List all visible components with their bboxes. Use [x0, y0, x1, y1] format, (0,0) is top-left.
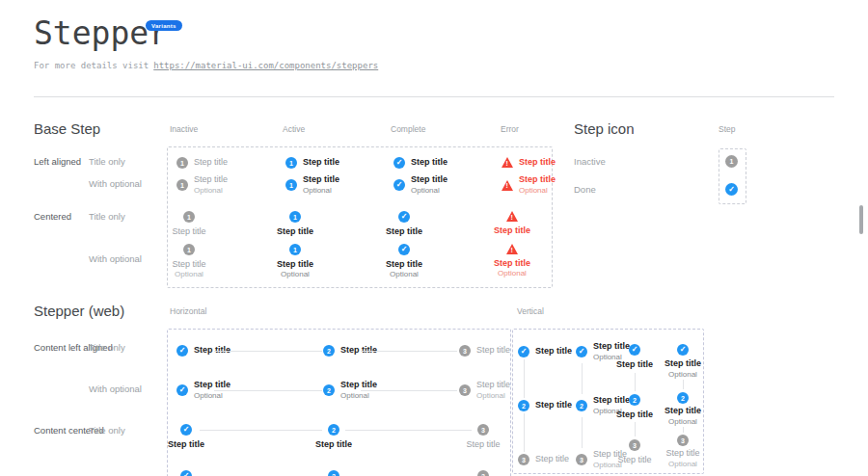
step-optional: Optional: [668, 371, 697, 380]
step-connector: [635, 422, 636, 436]
step-connector: [683, 380, 684, 389]
vstepper-step-inactive: 3 Step title: [518, 454, 569, 465]
subtitle-text: For more details visit: [34, 61, 149, 70]
step-title: Step title: [665, 359, 701, 369]
check-icon: [393, 157, 405, 169]
check-icon: [180, 424, 192, 436]
base-step-centered-inactive-optional: 1 Step title Optional: [155, 244, 223, 279]
step-optional: Optional: [390, 271, 419, 279]
base-step-centered-active-optional: 1 Step title Optional: [261, 244, 329, 279]
base-step-centered-complete-optional: Step title Optional: [370, 244, 438, 279]
step-connector: [524, 359, 525, 398]
step-title: Step title: [449, 440, 517, 450]
step-number-icon: 1: [176, 179, 188, 191]
check-icon: [393, 179, 405, 191]
error-warning-icon: [502, 180, 513, 191]
step-title: Step title: [494, 226, 530, 236]
material-ui-link[interactable]: https://material-ui.com/components/stepp…: [153, 61, 378, 70]
step-number-icon: 2: [576, 400, 587, 411]
check-icon: [176, 345, 188, 357]
error-warning-icon: [506, 244, 518, 254]
column-header-complete: Complete: [391, 125, 425, 134]
base-step-inactive-title: 1 Step title: [176, 157, 228, 169]
step-connector: [524, 413, 525, 452]
step-number-icon: 2: [629, 394, 640, 406]
vstepper-centered-label: Step title Optional: [649, 407, 717, 427]
variant-label-title-only: Title only: [89, 212, 125, 222]
step-optional: Optional: [411, 187, 448, 196]
step-number-icon: 1: [725, 155, 738, 168]
step-title: Step title: [277, 227, 313, 237]
step-title: Step title: [535, 455, 569, 464]
step-number-icon: 3: [518, 454, 529, 465]
step-title: Step title: [300, 440, 367, 450]
base-step-active-optional: 1 Step titleOptional: [285, 175, 339, 196]
vstepper-step-active: 2 Step title: [518, 400, 572, 411]
variant-label-with-optional: With optional: [89, 179, 142, 189]
step-number-icon: 1: [176, 157, 188, 169]
row-label-left-aligned: Left aligned: [34, 157, 81, 167]
step-connector: [683, 427, 684, 433]
step-title: Step title: [519, 175, 556, 185]
step-number-icon: 2: [323, 345, 335, 357]
step-optional: Optional: [194, 187, 228, 196]
check-icon: [518, 346, 529, 357]
check-icon: [576, 346, 587, 357]
step-optional: Optional: [498, 270, 527, 278]
step-title: Step title: [535, 347, 572, 357]
vstepper-centered-label: Step title Optional: [649, 449, 717, 469]
hstepper-step-inactive-optional: 3 Step titleOptional: [459, 381, 510, 401]
step-connector: [361, 390, 457, 391]
step-icon-heading: Step icon: [574, 121, 635, 136]
step-title: Step title: [277, 260, 313, 270]
step-icon-row-done: Done: [574, 185, 596, 195]
stepper-spec-page: Stepper Variants For more details visit …: [0, 0, 868, 476]
stepper-web-heading: Stepper (web): [34, 304, 124, 318]
step-optional: Optional: [303, 187, 339, 196]
step-number-icon: 2: [328, 470, 339, 476]
check-icon: [180, 470, 192, 476]
step-number-icon: 1: [289, 211, 301, 223]
base-step-error-title: Step title: [502, 157, 556, 168]
step-connector: [635, 373, 636, 391]
step-number-icon: 3: [477, 470, 489, 476]
step-number-icon: 3: [477, 424, 489, 436]
vertical-scrollbar-thumb[interactable]: [859, 205, 863, 234]
step-number-icon: 1: [183, 211, 195, 223]
step-number-icon: 1: [183, 244, 195, 255]
error-warning-icon: [502, 157, 513, 168]
step-optional: Optional: [175, 271, 203, 279]
subtitle: For more details visit https://material-…: [34, 61, 378, 70]
step-number-icon: 3: [576, 454, 587, 465]
step-title: Step title: [386, 227, 422, 237]
step-title: Step title: [593, 342, 630, 352]
column-header-horizontal: Horizontal: [170, 307, 206, 316]
step-title: Step title: [535, 401, 572, 410]
step-number-icon: 1: [285, 157, 297, 169]
step-number-icon: 1: [285, 179, 297, 191]
base-step-centered-inactive: 1 Step title: [155, 211, 223, 237]
step-title: Step title: [172, 260, 205, 270]
step-optional: Optional: [194, 392, 231, 401]
check-icon: [398, 244, 410, 255]
hstepper-step-inactive: 3 Step title: [459, 345, 510, 357]
step-number-icon: 3: [459, 384, 471, 396]
base-step-complete-optional: Step titleOptional: [393, 175, 448, 196]
step-optional: Optional: [519, 187, 556, 196]
variant-label-title-only: Title only: [89, 426, 125, 436]
base-step-heading: Base Step: [34, 121, 100, 136]
step-optional: Optional: [668, 418, 697, 427]
step-title: Step title: [665, 449, 699, 459]
step-optional: Optional: [281, 271, 310, 279]
step-title: Step title: [303, 175, 339, 185]
base-step-centered-complete: Step title: [370, 211, 438, 237]
header-divider: [34, 96, 834, 97]
step-connector: [214, 351, 322, 352]
step-connector: [200, 430, 322, 431]
step-title: Step title: [476, 346, 510, 356]
step-title: Step title: [303, 158, 339, 168]
step-number-icon: 2: [323, 384, 335, 396]
step-title: Step title: [194, 175, 228, 185]
variant-label-with-optional: With optional: [89, 384, 142, 394]
step-title: Step title: [194, 158, 228, 168]
